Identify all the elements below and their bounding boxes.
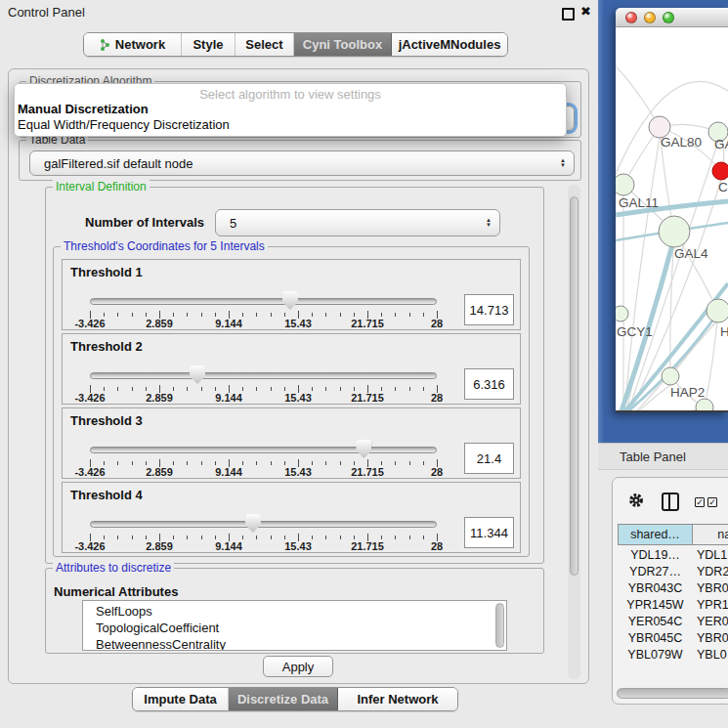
checkbox-checked-icon[interactable]: ✓ xyxy=(707,497,717,507)
table-column-header[interactable]: shared… xyxy=(618,524,693,545)
popup-item-equal-width[interactable]: Equal Width/Frequency Discretization xyxy=(15,117,566,133)
table-cell[interactable]: YPR145W xyxy=(618,598,693,612)
table-column-header[interactable]: name xyxy=(692,524,728,545)
thresholds-list: Threshold 1-3.4262.8599.14415.4321.71528… xyxy=(54,259,521,556)
threshold-title: Threshold 1 xyxy=(70,265,143,279)
network-node-label: GAL11 xyxy=(619,195,659,210)
slider-handle[interactable] xyxy=(356,440,371,458)
slider-handle[interactable] xyxy=(282,291,298,310)
tab-label: Select xyxy=(245,37,282,52)
settings-gear-icon[interactable] xyxy=(628,492,644,508)
table-card: ✓ ✓ shared…nameYDL19…YDL1YDR27…YDR2YBR04… xyxy=(612,477,728,705)
node-table[interactable]: shared…nameYDL19…YDL1YDR27…YDR2YBR043CYB… xyxy=(618,524,728,663)
popup-item-manual-discretization[interactable]: Manual Discretization xyxy=(15,102,566,117)
tab-cyni-toolbox[interactable]: Cyni Toolbox xyxy=(294,33,392,56)
table-data-combobox[interactable]: galFiltered.sif default node ▲▼ xyxy=(29,150,575,176)
slider-track[interactable] xyxy=(90,521,437,528)
table-cell[interactable]: YBR0 xyxy=(697,631,728,645)
table-cell[interactable]: YDR27… xyxy=(618,565,693,578)
tab-network[interactable]: Network xyxy=(84,33,182,56)
screenshot-root: Control Panel ✖ NetworkStyleSelectCyni T… xyxy=(0,0,728,728)
table-cell[interactable]: YDR2 xyxy=(697,565,728,578)
tab-select[interactable]: Select xyxy=(236,33,294,56)
number-of-intervals-combobox[interactable]: 5 ▲▼ xyxy=(215,209,500,236)
table-cell[interactable]: YDL1 xyxy=(697,548,727,562)
split-columns-icon[interactable] xyxy=(662,492,679,511)
network-node[interactable] xyxy=(696,399,713,410)
tab-discretize-data[interactable]: Discretize Data xyxy=(229,688,338,710)
attribute-list-item[interactable]: BetweennessCentrality xyxy=(96,636,506,651)
table-row[interactable]: YPR145WYPR1 xyxy=(618,598,728,615)
table-cell[interactable]: YBR043C xyxy=(618,581,693,595)
table-row[interactable]: YDR27…YDR2 xyxy=(618,565,728,581)
apply-button[interactable]: Apply xyxy=(263,656,333,677)
tab-label: Network xyxy=(115,37,165,52)
table-row[interactable]: YDL19…YDL1 xyxy=(618,548,728,565)
network-node-label: GAL80 xyxy=(661,135,702,150)
threshold-value-field[interactable]: 6.316 xyxy=(464,368,514,400)
tab-style[interactable]: Style xyxy=(182,33,236,56)
close-traffic-light[interactable] xyxy=(625,12,637,23)
control-panel-title: Control Panel xyxy=(8,5,85,20)
close-icon[interactable]: ✖ xyxy=(580,4,591,19)
table-data-value: galFiltered.sif default node xyxy=(30,156,552,171)
slider-handle[interactable] xyxy=(245,514,261,533)
checkbox-checked-icon[interactable]: ✓ xyxy=(695,497,705,507)
table-cell[interactable]: YPR1 xyxy=(697,598,728,612)
thresholds-group-label: Threshold's Coordinates for 5 Intervals xyxy=(61,239,268,253)
tab-impute-data[interactable]: Impute Data xyxy=(133,688,229,710)
network-node-gal11[interactable] xyxy=(616,174,634,195)
network-node-c[interactable] xyxy=(712,162,728,180)
network-node-gcy1[interactable] xyxy=(616,306,628,321)
threshold-value-field[interactable]: 11.344 xyxy=(464,517,514,548)
minimize-traffic-light[interactable] xyxy=(644,12,656,23)
slider-track[interactable] xyxy=(90,447,437,453)
attribute-list-item[interactable]: SelfLoops xyxy=(96,603,506,620)
panel-scrollbar-thumb[interactable] xyxy=(570,196,578,576)
threshold-box-3: Threshold 3-3.4262.8599.14415.4321.71528… xyxy=(62,407,521,479)
table-row[interactable]: YBR043CYBR0 xyxy=(618,581,728,598)
network-window-titlebar xyxy=(616,8,728,27)
attributes-listbox[interactable]: SelfLoopsTopologicalCoefficientBetweenne… xyxy=(82,600,507,651)
table-cell[interactable]: YBR045C xyxy=(618,631,693,645)
tab-jactivemnodules[interactable]: jActiveMNodules xyxy=(392,33,507,56)
threshold-title: Threshold 3 xyxy=(70,413,143,428)
slider-tick-labels: -3.4262.8599.14415.4321.71528 xyxy=(90,540,437,552)
attribute-list-item[interactable]: TopologicalCoefficient xyxy=(96,620,506,636)
network-node-hap2[interactable] xyxy=(662,367,679,385)
network-icon xyxy=(100,38,110,52)
threshold-value-field[interactable]: 14.713 xyxy=(464,294,514,325)
number-of-intervals-label: Number of Intervals xyxy=(85,215,204,230)
threshold-box-1: Threshold 1-3.4262.8599.14415.4321.71528… xyxy=(62,259,521,330)
table-cell[interactable]: YBR0 xyxy=(697,581,728,595)
network-canvas[interactable]: GAL80GACGAL11GAL4GCY1HHAP2 xyxy=(616,27,728,410)
table-cell[interactable]: YER0 xyxy=(697,615,728,628)
attributes-group: Attributes to discretize Numerical Attri… xyxy=(45,568,544,654)
table-row[interactable]: YBR045CYBR0 xyxy=(618,631,728,648)
threshold-box-4: Threshold 4-3.4262.8599.14415.4321.71528… xyxy=(62,482,521,553)
network-node-h[interactable] xyxy=(707,299,728,322)
table-cell[interactable]: YBL079W xyxy=(618,648,693,662)
network-node-label: C xyxy=(718,180,728,194)
zoom-traffic-light[interactable] xyxy=(663,12,674,23)
float-window-icon[interactable] xyxy=(562,8,575,21)
threshold-value-field[interactable]: 21.4 xyxy=(464,443,514,474)
numerical-attributes-label: Numerical Attributes xyxy=(54,584,178,599)
slider-track[interactable] xyxy=(90,372,437,379)
table-cell[interactable]: YBL0 xyxy=(697,648,727,662)
table-cell[interactable]: YDL19… xyxy=(618,548,693,562)
list-scrollbar-thumb[interactable] xyxy=(495,603,504,648)
table-cell[interactable]: YER054C xyxy=(618,615,693,628)
slider-track[interactable] xyxy=(90,298,437,305)
panel-scrollbar[interactable] xyxy=(568,185,580,679)
network-node-gal4[interactable] xyxy=(659,216,690,247)
network-edge[interactable] xyxy=(705,311,718,407)
slider-handle[interactable] xyxy=(190,365,205,384)
tab-infer-network[interactable]: Infer Network xyxy=(338,688,457,710)
horizontal-scrollbar-thumb[interactable] xyxy=(617,688,728,699)
table-row[interactable]: YBL079WYBL0 xyxy=(618,648,728,663)
network-edge[interactable] xyxy=(623,407,705,410)
control-panel-window: Control Panel ✖ NetworkStyleSelectCyni T… xyxy=(0,0,598,728)
table-row[interactable]: YER054CYER0 xyxy=(618,615,728,631)
table-panel-body: ✓ ✓ shared…nameYDL19…YDL1YDR27…YDR2YBR04… xyxy=(598,470,728,728)
